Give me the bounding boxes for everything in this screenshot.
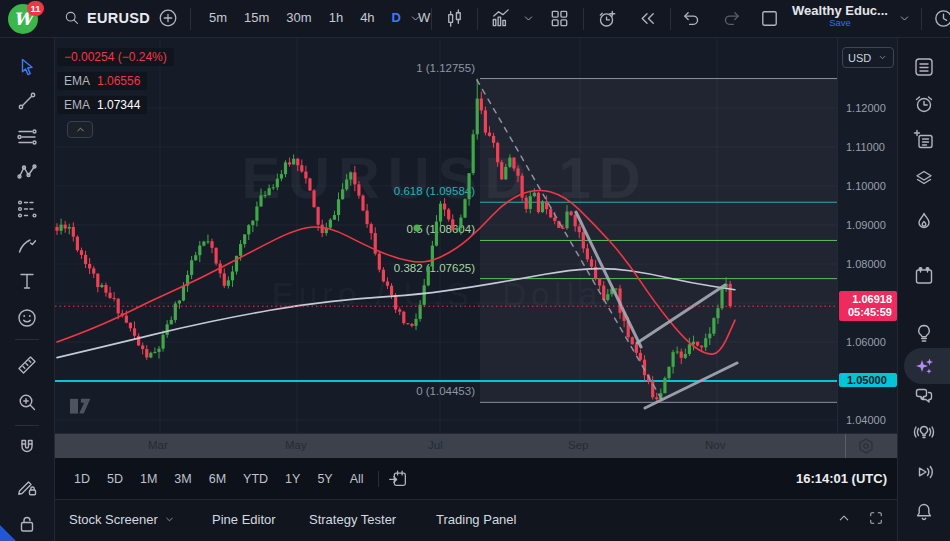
price-axis-label: 1.12000	[846, 102, 886, 114]
timeframe-30m[interactable]: 30m	[279, 8, 318, 27]
indicator-value: 1.06556	[97, 74, 140, 88]
divider	[431, 8, 432, 30]
legend-collapse-button[interactable]	[67, 121, 93, 138]
save-status[interactable]: Save	[790, 17, 890, 28]
forecast-icon[interactable]	[15, 197, 39, 221]
layout-grid-icon[interactable]	[548, 7, 571, 30]
panel-expand-chevron-icon[interactable]	[835, 509, 853, 527]
timeframe-4h[interactable]: 4h	[353, 8, 381, 27]
range-button-5d[interactable]: 5D	[99, 468, 131, 490]
range-button-6m[interactable]: 6M	[201, 468, 234, 490]
time-axis-label: May	[285, 439, 307, 451]
snapshot-icon[interactable]	[758, 7, 781, 30]
streams-icon[interactable]	[912, 460, 936, 484]
range-button-5y[interactable]: 5Y	[309, 468, 340, 490]
time-axis-settings-icon[interactable]	[855, 435, 877, 457]
drawing-lock-icon[interactable]	[15, 475, 39, 499]
text-icon[interactable]	[15, 269, 39, 293]
bar-replay-icon[interactable]	[636, 7, 659, 30]
notes-icon[interactable]	[912, 128, 936, 152]
trend-line-icon[interactable]	[15, 89, 39, 113]
panel-tab-pine-editor[interactable]: Pine Editor	[212, 512, 276, 527]
notification-count-badge: 11	[27, 1, 44, 16]
emoji-icon[interactable]	[15, 306, 39, 330]
chart-style-candles-icon[interactable]	[443, 7, 466, 30]
chat-icon[interactable]	[912, 383, 936, 407]
fib-level-label: 0.382 (1.07625)	[394, 262, 475, 274]
lock-all-icon[interactable]	[15, 512, 39, 536]
clock-icon[interactable]	[932, 7, 950, 30]
svg-text:Euro / U.S. Dollar: Euro / U.S. Dollar	[272, 276, 619, 313]
indicator-legend-row[interactable]: EMA1.07344	[57, 96, 147, 114]
indicator-value: 1.07344	[97, 98, 140, 112]
object-tree-icon[interactable]	[912, 166, 936, 190]
chevron-down-icon	[877, 52, 888, 63]
range-button-3m[interactable]: 3M	[166, 468, 199, 490]
layout-name: Wealthy Educ...	[790, 3, 890, 18]
undo-icon[interactable]	[680, 7, 703, 30]
price-axis-label: 1.09000	[846, 219, 886, 231]
hotlists-icon[interactable]	[912, 209, 936, 233]
panel-tab-strategy-tester[interactable]: Strategy Tester	[309, 512, 396, 527]
time-axis[interactable]: MarMayJulSepNov	[55, 433, 897, 458]
chart-area[interactable]: EURUSD 1DEuro / U.S. Dollar1 (1.12755)0.…	[55, 38, 837, 433]
zoom-in-icon[interactable]	[15, 390, 39, 414]
timeframe-1h[interactable]: 1h	[322, 8, 350, 27]
live-ideas-icon[interactable]	[912, 420, 936, 444]
divider	[845, 434, 846, 459]
panel-tab-trading-panel[interactable]: Trading Panel	[436, 512, 516, 527]
range-toolbar: 1D5D1M3M6MYTD1Y5YAll 16:14:01 (UTC)	[55, 458, 897, 499]
fib-retracement-icon[interactable]	[15, 125, 39, 149]
panel-tab-label: Pine Editor	[212, 512, 276, 527]
currency-selector[interactable]: USD	[842, 47, 894, 68]
fib-level-label: 1 (1.12755)	[416, 62, 475, 74]
alerts-icon[interactable]	[912, 92, 936, 116]
compare-add-icon[interactable]	[157, 7, 179, 29]
timeframe-chevron-icon[interactable]	[408, 11, 423, 26]
range-button-all[interactable]: All	[342, 468, 372, 490]
watchlist-icon[interactable]	[912, 55, 936, 79]
symbol-search[interactable]: EURUSD	[62, 8, 150, 27]
create-alert-icon[interactable]	[596, 7, 619, 30]
indicator-legend-row[interactable]: EMA1.06556	[57, 72, 147, 90]
xabcd-pattern-icon[interactable]	[15, 160, 39, 184]
go-to-date-icon[interactable]	[387, 468, 409, 490]
ideas-icon[interactable]	[912, 321, 936, 345]
drawing-toolbar	[0, 38, 55, 541]
range-button-1y[interactable]: 1Y	[277, 468, 308, 490]
brush-icon[interactable]	[15, 233, 39, 257]
divider	[15, 425, 39, 426]
time-axis-label: Nov	[705, 439, 725, 451]
price-axis[interactable]: USD 1.120001.110001.100001.090001.080001…	[837, 38, 897, 433]
timeframe-d[interactable]: D	[385, 8, 408, 27]
tradingview-window: W 11 EURUSD 5m15m30m1h4hDW Wealthy Educ.…	[0, 0, 950, 541]
time-axis-label: Jul	[428, 439, 443, 451]
indicator-name: EMA	[64, 98, 90, 112]
redo-icon[interactable]	[720, 7, 743, 30]
range-button-1m[interactable]: 1M	[132, 468, 165, 490]
chevron-down-icon	[163, 513, 176, 526]
fullscreen-icon[interactable]	[867, 509, 885, 527]
divider	[670, 8, 671, 30]
ruler-icon[interactable]	[15, 353, 39, 377]
cursor-icon[interactable]	[15, 55, 39, 79]
timeframe-5m[interactable]: 5m	[202, 8, 234, 27]
divider	[15, 339, 39, 340]
magnet-icon[interactable]	[15, 436, 39, 460]
indicators-chevron-icon[interactable]	[521, 11, 536, 26]
price-axis-label: 1.06000	[846, 336, 886, 348]
layout-chevron-icon[interactable]	[897, 11, 912, 26]
calendar-icon[interactable]	[912, 264, 936, 288]
top-toolbar: W 11 EURUSD 5m15m30m1h4hDW Wealthy Educ.…	[0, 0, 950, 38]
bar-countdown: 05:45:59	[844, 306, 892, 319]
utc-clock[interactable]: 16:14:01 (UTC)	[796, 471, 887, 486]
bottom-panel: Stock ScreenerPine EditorStrategy Tester…	[55, 499, 897, 541]
panel-tab-stock-screener[interactable]: Stock Screener	[69, 512, 176, 527]
layout-name-menu[interactable]: Wealthy Educ... Save	[790, 3, 890, 28]
range-button-1d[interactable]: 1D	[66, 468, 98, 490]
timeframe-15m[interactable]: 15m	[237, 8, 276, 27]
notifications-icon[interactable]	[912, 500, 936, 524]
range-button-ytd[interactable]: YTD	[235, 468, 276, 490]
ai-assistant-icon[interactable]	[912, 354, 936, 378]
indicators-icon[interactable]	[489, 7, 512, 30]
